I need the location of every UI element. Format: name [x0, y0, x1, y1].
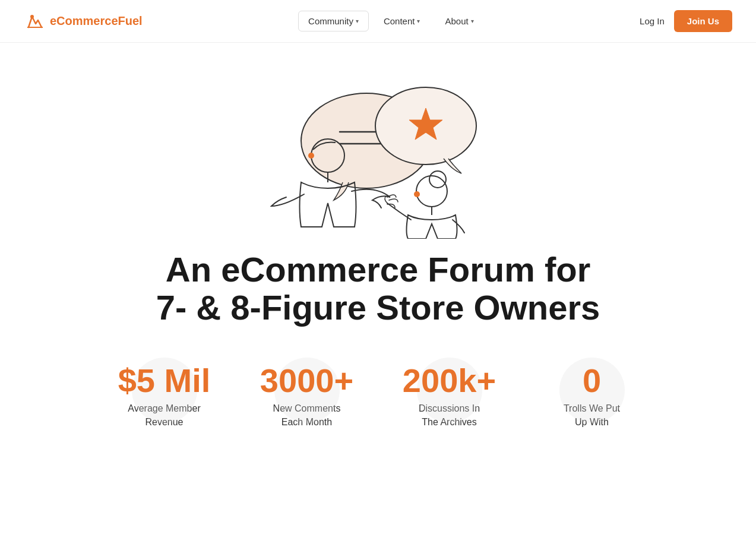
- svg-point-11: [429, 171, 446, 188]
- svg-point-12: [414, 191, 420, 197]
- community-chevron-icon: ▾: [356, 18, 359, 24]
- stat-comments-number: 3000+: [260, 362, 353, 399]
- nav-about[interactable]: About ▾: [435, 11, 483, 31]
- stat-trolls: 0 Trolls We PutUp With: [521, 350, 663, 441]
- stat-trolls-number: 0: [583, 362, 601, 399]
- stat-discussions-number: 200k+: [403, 362, 496, 399]
- stats-section: $5 Mil Average MemberRevenue 3000+ New C…: [24, 350, 732, 441]
- hero-section: An eCommerce Forum for 7- & 8-Figure Sto…: [0, 43, 756, 441]
- svg-point-10: [416, 176, 447, 207]
- content-chevron-icon: ▾: [417, 18, 420, 24]
- stat-discussions: 200k+ Discussions InThe Archives: [378, 350, 521, 441]
- nav-content[interactable]: Content ▾: [374, 11, 431, 31]
- login-button[interactable]: Log In: [640, 16, 665, 26]
- svg-point-8: [308, 153, 314, 159]
- stat-revenue: $5 Mil Average MemberRevenue: [93, 350, 236, 441]
- join-button[interactable]: Join Us: [674, 10, 732, 32]
- nav-right: Log In Join Us: [640, 10, 732, 32]
- stat-comments: 3000+ New CommentsEach Month: [236, 350, 378, 441]
- nav-links: Community ▾ Content ▾ About ▾: [298, 11, 484, 31]
- hero-illustration: [230, 55, 527, 239]
- svg-point-0: [30, 15, 34, 18]
- nav-community[interactable]: Community ▾: [298, 11, 369, 31]
- logo[interactable]: eCommerceFuel: [24, 11, 143, 32]
- headline: An eCommerce Forum for 7- & 8-Figure Sto…: [156, 251, 600, 327]
- stat-revenue-number: $5 Mil: [118, 362, 211, 399]
- navigation: eCommerceFuel Community ▾ Content ▾ Abou…: [0, 0, 756, 43]
- about-chevron-icon: ▾: [471, 18, 474, 24]
- logo-text: eCommerceFuel: [50, 14, 143, 28]
